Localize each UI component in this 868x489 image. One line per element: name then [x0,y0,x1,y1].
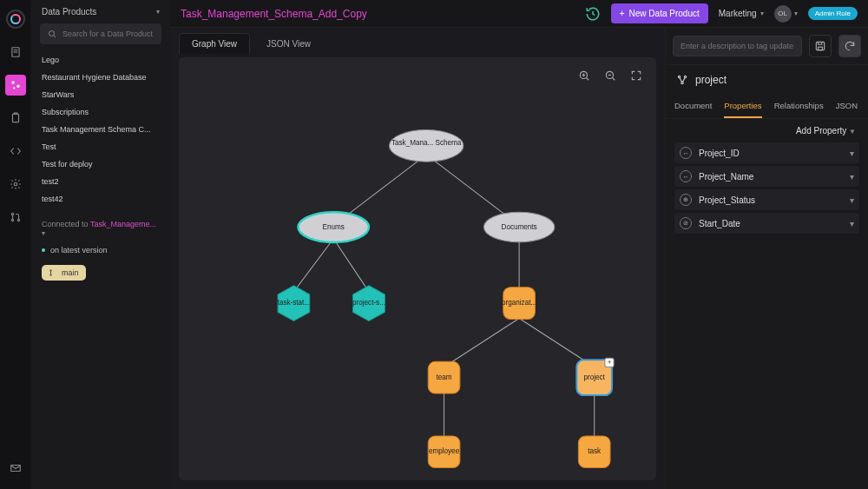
svg-point-8 [11,213,13,215]
chevron-down-icon: ▾ [850,149,854,158]
chevron-down-icon: ▾ [794,10,798,17]
data-products-sidebar: Data Products ▾ Lego Restaurant Hygiene … [31,0,170,489]
refresh-icon[interactable] [838,35,861,57]
node-documents[interactable]: Documents [502,223,537,231]
node-project[interactable]: project [583,373,605,381]
panel-tab-json[interactable]: JSON [836,95,858,118]
svg-point-9 [11,219,13,221]
avatar: OL [774,5,792,23]
caret-down-icon: ▼ [849,128,856,135]
branch-name: main [62,268,79,277]
panel-tab-relationships[interactable]: Relationships [774,95,824,118]
property-type-icon: ⊘ [680,217,692,229]
rail-schema-icon[interactable] [5,75,26,96]
selected-entity-name: project [695,74,727,86]
rail-gear-icon[interactable] [5,174,26,195]
search-icon [47,28,57,40]
description-band [666,28,868,65]
property-type-icon: ⊕ [680,194,692,206]
user-menu[interactable]: OL ▾ [774,5,798,23]
data-product-item[interactable]: Subscriptions [31,103,170,121]
node-team[interactable]: team [437,373,452,381]
svg-point-7 [14,182,17,186]
add-handle-icon[interactable]: + [608,359,612,367]
node-organization[interactable]: organizat... [502,299,536,307]
topbar: Task_Management_Schema_Add_Copy + New Da… [170,0,868,28]
data-product-item[interactable]: Lego [31,51,170,69]
property-name: Project_Status [699,195,755,205]
svg-point-3 [11,81,15,84]
svg-point-5 [13,87,15,89]
panel-tab-properties[interactable]: Properties [724,95,761,118]
nav-rail [0,0,31,489]
add-property-button[interactable]: Add Property ▼ [666,119,868,142]
svg-rect-6 [12,114,18,122]
save-icon[interactable] [809,35,832,57]
property-row[interactable]: ↔ Project_ID ▾ [674,142,859,163]
node-root[interactable]: Task_Mana... Schema [391,139,462,147]
branch-icon [49,268,57,277]
svg-line-26 [333,239,369,292]
rail-clipboard-icon[interactable] [5,108,26,129]
branch-chip[interactable]: main [42,265,86,281]
node-task-status[interactable]: task-stat... [278,299,310,307]
property-list: ↔ Project_ID ▾ ↔ Project_Name ▾ ⊕ Projec… [666,142,868,236]
sidebar-title: Data Products [42,7,96,17]
view-tabs: Graph View JSON View [170,28,665,54]
svg-point-4 [16,84,20,88]
panel-title: project [666,65,868,95]
rail-mail-icon[interactable] [5,458,26,479]
data-product-item[interactable]: Test [31,138,170,155]
chevron-down-icon: ▾ [156,8,160,16]
data-product-item[interactable]: Restaurant Hygiene Database [31,69,170,86]
svg-point-14 [50,270,52,272]
data-product-item[interactable]: Task Management Schema C... [31,121,170,138]
sidebar-header[interactable]: Data Products ▾ [31,0,170,23]
status-dot-icon [42,248,45,252]
property-row[interactable]: ⊘ Start_Date ▾ [674,213,859,234]
property-name: Project_Name [699,172,753,182]
data-product-item[interactable]: StarWars [31,86,170,103]
connected-to: Connected to Task_Manageme... ▾ [31,208,170,242]
graph-canvas[interactable]: Task_Mana... Schema Enums Documents task… [179,57,656,480]
panel-tabs: Document Properties Relationships JSON [666,95,868,119]
node-task[interactable]: task [588,447,602,455]
svg-rect-43 [816,42,824,50]
chevron-down-icon: ▾ [850,172,854,182]
rail-document-icon[interactable] [5,42,26,63]
property-name: Project_ID [699,149,740,158]
history-icon[interactable] [585,6,601,22]
svg-point-46 [684,76,686,77]
role-badge[interactable]: Admin Role [808,7,858,20]
property-row[interactable]: ↔ Project_Name ▾ [674,166,859,187]
data-product-item[interactable]: test2 [31,173,170,190]
node-employee[interactable]: employee [429,447,460,455]
tab-json-view[interactable]: JSON View [253,33,324,54]
properties-panel: project Document Properties Relationship… [665,28,868,489]
update-description-input[interactable] [673,36,802,56]
graph-svg: Task_Mana... Schema Enums Documents task… [179,57,656,489]
property-row[interactable]: ⊕ Project_Status ▾ [674,189,859,210]
data-product-list: Lego Restaurant Hygiene Database StarWar… [31,51,170,208]
panel-tab-document[interactable]: Document [674,95,712,118]
page-title: Task_Management_Schema_Add_Copy [181,8,575,20]
svg-rect-44 [819,47,823,50]
connected-name[interactable]: Task_Manageme... [90,220,156,228]
svg-point-15 [50,274,52,276]
logo[interactable] [5,9,26,30]
data-product-item[interactable]: Test for deploy [31,155,170,173]
tab-graph-view[interactable]: Graph View [179,33,250,54]
svg-point-47 [681,82,683,83]
sidebar-search[interactable] [40,23,161,44]
rail-code-icon[interactable] [5,141,26,162]
search-input[interactable] [62,30,155,38]
plus-icon: + [620,9,625,18]
svg-point-45 [678,76,680,77]
node-project-status-enum[interactable]: project-s... [352,299,385,307]
rail-pull-request-icon[interactable] [5,207,26,228]
workspace-selector[interactable]: Marketing▾ [719,9,764,18]
new-data-product-button[interactable]: + New Data Product [611,3,708,23]
data-product-item[interactable]: test42 [31,190,170,208]
node-enums[interactable]: Enums [323,223,345,231]
canvas-area: Graph View JSON View [170,28,665,489]
